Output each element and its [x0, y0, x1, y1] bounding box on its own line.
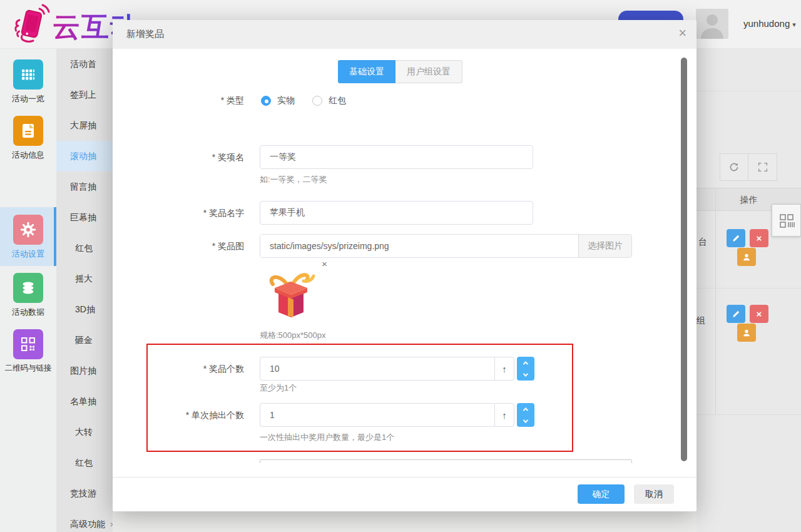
draw-count-spinner	[517, 403, 534, 427]
spin-up-button[interactable]	[517, 403, 534, 415]
modal-tabs: 基础设置 用户组设置	[338, 60, 462, 83]
document-icon	[13, 116, 43, 146]
shape-3d-select[interactable]: 3D旋转地球	[260, 459, 632, 463]
spin-down-button[interactable]	[517, 415, 534, 427]
prize-name-input[interactable]	[260, 201, 533, 225]
chevron-up-icon	[523, 407, 528, 412]
refresh-button[interactable]	[720, 153, 748, 181]
background-content: 操作 台 组 × ×	[696, 49, 801, 532]
award-name-hint: 如:一等奖，二等奖	[260, 174, 327, 185]
modal-header: 新增奖品 ×	[113, 20, 696, 49]
submenu-item[interactable]: 大转	[56, 417, 113, 448]
submenu-item[interactable]: 红包	[56, 233, 113, 263]
submenu-item[interactable]: 砸金	[56, 325, 113, 356]
submenu-item-label: 高级功能	[70, 519, 105, 529]
submenu-item[interactable]: 红包	[56, 448, 113, 478]
submenu-item[interactable]: 名单抽	[56, 386, 113, 417]
submenu-item[interactable]: 活动首	[56, 49, 113, 79]
prize-count-label: * 奖品个数	[113, 364, 244, 375]
choose-image-button[interactable]: 选择图片	[578, 235, 631, 257]
draw-count-field: ↑	[260, 403, 514, 427]
modal-body: 基础设置 用户组设置 * 类型 实物 红包 * 奖项名 如:一等奖，二等奖 * …	[113, 49, 696, 463]
radio-unselected-icon[interactable]	[312, 96, 322, 106]
submenu-item[interactable]: 巨幕抽	[56, 202, 113, 233]
tab-user-group-settings[interactable]: 用户组设置	[395, 60, 462, 83]
row-text-fragment: 组	[696, 315, 705, 327]
sidebar-item-label: 活动数据	[0, 307, 56, 318]
grid-icon	[13, 59, 43, 90]
spin-down-button[interactable]	[517, 369, 534, 381]
prize-count-field: ↑	[260, 357, 514, 381]
prize-image-input[interactable]	[260, 235, 578, 257]
prize-count-spinner	[517, 357, 534, 381]
radio-option-physical[interactable]: 实物	[277, 95, 295, 106]
sidebar-item-activity-overview[interactable]: 活动一览	[0, 59, 56, 105]
add-prize-modal: 新增奖品 × 基础设置 用户组设置 * 类型 实物 红包 * 奖项名 如:一等奖…	[113, 20, 696, 511]
award-name-input[interactable]	[260, 145, 533, 169]
assign-user-button[interactable]	[737, 324, 756, 342]
draw-count-input[interactable]	[260, 404, 494, 426]
caret-down-icon: ▾	[792, 21, 796, 28]
submenu-item[interactable]: 竞技游	[56, 478, 113, 509]
modal-title: 新增奖品	[126, 28, 164, 40]
chevron-right-icon: ›	[110, 519, 113, 529]
x-icon: ×	[757, 233, 762, 243]
prize-count-input[interactable]	[260, 357, 494, 380]
submenu-item-advanced[interactable]: 高级功能›	[56, 509, 113, 532]
delete-button[interactable]: ×	[750, 229, 768, 247]
edit-button[interactable]	[727, 305, 745, 323]
prize-count-hint: 至少为1个	[260, 382, 297, 394]
edit-button[interactable]	[727, 229, 745, 247]
gift-box-image	[265, 269, 317, 321]
submenu-item-active[interactable]: 滚动抽	[56, 141, 113, 171]
tab-basic-settings[interactable]: 基础设置	[338, 60, 395, 83]
submenu-item[interactable]: 签到上	[56, 79, 113, 110]
radio-option-redpacket[interactable]: 红包	[329, 95, 346, 106]
submenu-item[interactable]: 大屏抽	[56, 110, 113, 141]
logo[interactable]	[11, 4, 50, 44]
pencil-icon	[732, 310, 740, 319]
column-settings-handle[interactable]	[772, 204, 801, 237]
database-icon	[13, 273, 43, 303]
avatar[interactable]	[696, 9, 728, 39]
user-icon	[742, 253, 751, 262]
award-name-label: * 奖项名	[113, 152, 244, 163]
draw-count-hint: 一次性抽出中奖用户数量，最少是1个	[260, 432, 394, 443]
prize-name-label: * 奖品名字	[113, 208, 244, 219]
user-name: yunhudong	[743, 18, 790, 29]
submenu-item[interactable]: 摇大	[56, 263, 113, 294]
sidebar-item-activity-data[interactable]: 活动数据	[0, 273, 56, 318]
increment-arrow-button[interactable]: ↑	[494, 357, 514, 381]
qrcode-icon	[13, 329, 43, 359]
submenu-item[interactable]: 3D抽	[56, 294, 113, 325]
row-separator	[696, 414, 801, 415]
user-icon	[742, 329, 751, 337]
type-label: * 类型	[113, 95, 244, 106]
table-toolbar	[720, 153, 777, 181]
chevron-down-icon	[523, 417, 528, 422]
type-radio-group: 实物 红包	[261, 95, 364, 106]
assign-user-button[interactable]	[737, 248, 756, 266]
increment-arrow-button[interactable]: ↑	[494, 403, 514, 427]
delete-button[interactable]: ×	[750, 305, 768, 323]
row-text-fragment: 台	[698, 237, 707, 248]
fullscreen-button[interactable]	[748, 153, 777, 181]
prize-image-hint: 规格:500px*500px	[260, 330, 326, 341]
modal-scrollbar[interactable]	[681, 58, 687, 461]
cancel-button[interactable]: 取消	[634, 484, 674, 504]
confirm-button[interactable]: 确定	[578, 484, 625, 504]
radio-selected-icon[interactable]	[261, 96, 271, 106]
sidebar-item-label: 活动一览	[0, 93, 56, 105]
submenu-item[interactable]: 图片抽	[56, 356, 113, 386]
close-icon[interactable]: ×	[678, 26, 686, 40]
submenu-item[interactable]: 留言抽	[56, 171, 113, 202]
user-menu[interactable]: yunhudong▾	[743, 18, 796, 29]
chevron-down-icon	[523, 371, 528, 376]
sidebar-item-activity-info[interactable]: 活动信息	[0, 116, 56, 161]
submenu: 活动首 签到上 大屏抽 滚动抽 留言抽 巨幕抽 红包 摇大 3D抽 砸金 图片抽…	[56, 49, 113, 532]
remove-image-icon[interactable]: ×	[322, 259, 327, 269]
hand-phone-logo-icon	[11, 4, 50, 44]
spin-up-button[interactable]	[517, 357, 534, 369]
sidebar-item-qrcode-links[interactable]: 二维码与链接	[0, 329, 56, 374]
sidebar-item-activity-settings[interactable]: 活动设置	[0, 215, 56, 260]
